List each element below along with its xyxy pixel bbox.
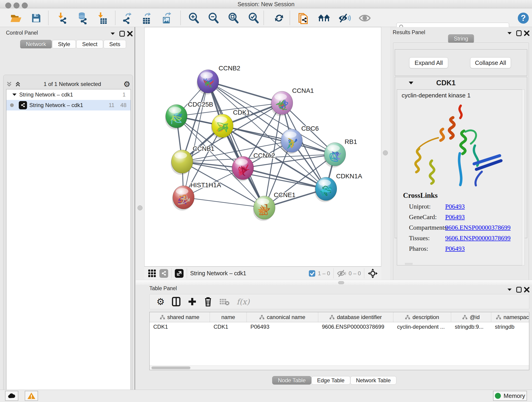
- crosslink-link[interactable]: P06493: [445, 245, 465, 252]
- bundled-apps-button[interactable]: [317, 12, 330, 25]
- open-in-browser-button[interactable]: [175, 269, 184, 278]
- column-header-name[interactable]: name: [210, 312, 247, 322]
- results-vertical-scrollbar[interactable]: [522, 89, 525, 265]
- open-session-button[interactable]: [10, 12, 22, 25]
- network-collection-row[interactable]: String Network – cdk1 1: [6, 89, 131, 100]
- import-network-database-button[interactable]: [76, 12, 89, 25]
- view-grid-button[interactable]: [147, 268, 157, 279]
- collapse-all-button[interactable]: Collapse All: [470, 57, 511, 68]
- tab-edge-table[interactable]: Edge Table: [311, 376, 350, 385]
- string-view-badge[interactable]: [159, 269, 168, 278]
- node-table[interactable]: shared namenamecanonical namedatabase id…: [149, 312, 529, 370]
- export-network-button[interactable]: [120, 12, 133, 25]
- string-import-button[interactable]: [297, 12, 310, 25]
- memory-label: Memory: [504, 392, 525, 400]
- panel-close-icon[interactable]: [127, 31, 133, 37]
- export-network-icon: [121, 12, 133, 24]
- table-row[interactable]: CDK1CDK1P064939606.ENSP00000378699cyclin…: [150, 322, 529, 332]
- tab-sets[interactable]: Sets: [104, 40, 126, 48]
- panel-menu-icon[interactable]: [110, 31, 118, 37]
- table-cell[interactable]: 9606.ENSP00000378699: [318, 322, 393, 332]
- protein-section-header[interactable]: CDK1: [395, 77, 527, 89]
- network-options-gear-icon[interactable]: ⚙: [123, 80, 130, 88]
- panel-close-icon[interactable]: [523, 30, 530, 36]
- separator: [187, 268, 187, 279]
- divider-handle[interactable]: [138, 205, 143, 211]
- export-table-button[interactable]: [140, 12, 153, 25]
- function-builder-icon-disabled: f(x): [237, 297, 250, 306]
- crosslink-link[interactable]: P06493: [445, 213, 465, 221]
- panel-menu-icon[interactable]: [507, 287, 514, 293]
- tree-expander-icon[interactable]: [12, 93, 17, 97]
- tab-network-table[interactable]: Network Table: [350, 376, 397, 385]
- import-table-file-button[interactable]: [96, 12, 109, 25]
- column-header-canonical-name[interactable]: canonical name: [247, 312, 318, 322]
- table-cell[interactable]: CDK1: [150, 322, 210, 332]
- zoom-fit-button[interactable]: [227, 12, 240, 25]
- table-panel-controls: [507, 287, 530, 294]
- column-header-shared-name[interactable]: shared name: [150, 312, 210, 322]
- table-toolbar: ⚙ f(x): [149, 294, 529, 309]
- table-cell[interactable]: CDK1: [210, 322, 247, 332]
- column-header-namespace[interactable]: namespace: [491, 312, 529, 322]
- column-header-database-identifier[interactable]: database identifier: [318, 312, 393, 322]
- save-session-button[interactable]: [30, 12, 43, 25]
- crosslink-link[interactable]: 9606.ENSP00000378699: [445, 224, 510, 231]
- right-panel-divider[interactable]: [381, 27, 390, 280]
- table-settings-gear-icon[interactable]: ⚙: [157, 297, 165, 306]
- scrollbar-thumb[interactable]: [152, 366, 190, 369]
- tab-network[interactable]: Network: [20, 40, 52, 48]
- splitter-handle[interactable]: [338, 281, 344, 284]
- homes-icon: [317, 13, 330, 23]
- export-table-icon: [141, 12, 152, 24]
- table-cell[interactable]: stringdb: [491, 322, 529, 332]
- collapse-all-chevron-icon[interactable]: [6, 81, 13, 88]
- zoom-in-button[interactable]: [187, 12, 200, 25]
- tab-node-table[interactable]: Node Table: [272, 376, 311, 385]
- table-cell[interactable]: P06493: [247, 322, 318, 332]
- table-cell[interactable]: cyclin-dependent ...: [393, 322, 451, 332]
- add-column-icon[interactable]: [188, 297, 197, 307]
- show-columns-icon[interactable]: [172, 297, 181, 307]
- node-label-RB1: RB1: [345, 138, 357, 145]
- table-horizontal-scrollbar[interactable]: [150, 366, 529, 370]
- zoom-selected-button[interactable]: [247, 12, 260, 25]
- zoom-out-button[interactable]: [207, 12, 220, 25]
- crosslinks-section: CrossLinks Uniprot:P06493GeneCard:P06493…: [403, 191, 510, 252]
- warnings-button[interactable]: [25, 391, 38, 401]
- panel-close-icon[interactable]: [523, 287, 530, 293]
- network-graph[interactable]: CCNB2CCNA1CDC25BCDK1CDC6RB1CCNB1CCNA2CDK…: [145, 27, 381, 266]
- crosslink-link[interactable]: P06493: [445, 203, 465, 210]
- hide-selected-button[interactable]: [338, 12, 351, 25]
- crosslink-link[interactable]: 9606.ENSP00000378699: [445, 235, 510, 242]
- panel-menu-icon[interactable]: [507, 30, 514, 36]
- section-expander-icon[interactable]: [408, 81, 414, 85]
- panel-float-icon[interactable]: [515, 30, 522, 36]
- expand-all-chevron-icon[interactable]: [14, 81, 21, 88]
- table-cell[interactable]: stringdb:9...: [451, 322, 491, 332]
- memory-button[interactable]: Memory: [493, 391, 527, 401]
- help-button[interactable]: ?: [517, 12, 530, 25]
- panel-float-icon[interactable]: [515, 287, 522, 293]
- cloud-status-button[interactable]: [5, 391, 18, 401]
- selected-checkbox-icon[interactable]: [308, 269, 316, 277]
- delete-trash-icon[interactable]: [204, 296, 212, 307]
- expand-all-button[interactable]: Expand All: [409, 57, 448, 68]
- network-canvas[interactable]: CCNB2CCNA1CDC25BCDK1CDC6RB1CCNB1CCNA2CDK…: [144, 27, 381, 267]
- column-header-description[interactable]: description: [393, 312, 451, 322]
- panel-float-icon[interactable]: [119, 31, 126, 37]
- tab-style[interactable]: Style: [52, 40, 76, 48]
- import-network-file-button[interactable]: [56, 12, 69, 25]
- tab-string[interactable]: String: [448, 34, 474, 43]
- network-row-selected[interactable]: String Network – cdk1 11 48: [6, 100, 131, 110]
- string-results-container: Expand All Collapse All CDK1 cyclin-depe…: [393, 43, 529, 300]
- export-image-button[interactable]: [160, 12, 173, 25]
- show-all-button[interactable]: [358, 12, 371, 25]
- table-panel-splitter[interactable]: [136, 280, 532, 285]
- column-header--id[interactable]: @id: [451, 312, 491, 322]
- divider-handle[interactable]: [383, 150, 388, 155]
- crosslink-label: Pharos:: [403, 245, 445, 252]
- fit-content-crosshair-icon[interactable]: [367, 268, 378, 279]
- tab-select[interactable]: Select: [76, 40, 103, 48]
- refresh-button[interactable]: [273, 12, 285, 25]
